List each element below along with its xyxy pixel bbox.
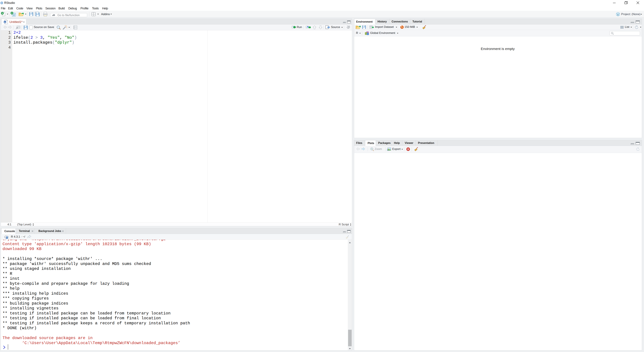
svg-text:R: R (617, 13, 619, 16)
svg-text:R: R (6, 236, 8, 239)
svg-text:R: R (4, 21, 6, 23)
svg-text:R: R (13, 14, 15, 16)
svg-text:R: R (1, 2, 2, 4)
